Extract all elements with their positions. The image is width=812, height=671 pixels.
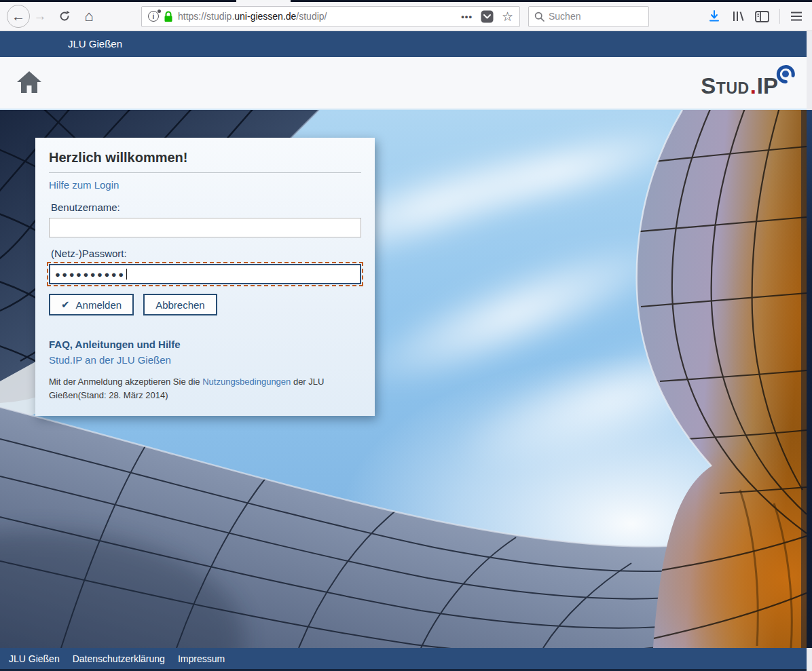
studip-jlu-link[interactable]: Stud.IP an der JLU Gießen: [49, 354, 361, 366]
search-bar[interactable]: [528, 6, 649, 27]
toolbar-divider: [779, 9, 780, 24]
welcome-heading: Herzlich willkommen!: [49, 150, 361, 166]
password-input[interactable]: ●●●●●●●●●●: [49, 264, 361, 284]
logo-dot: .: [750, 73, 756, 99]
username-input[interactable]: [49, 218, 361, 237]
vertical-scrollbar[interactable]: [807, 31, 812, 671]
library-icon[interactable]: [731, 9, 745, 23]
logo-swirl-icon: [775, 64, 796, 87]
footer-link-datenschutz[interactable]: Datenschutzerklärung: [73, 653, 165, 664]
footer-link-jlu[interactable]: JLU Gießen: [9, 653, 60, 664]
pocket-icon[interactable]: [481, 10, 494, 23]
back-button[interactable]: ←: [7, 5, 30, 28]
scrollbar-thumb[interactable]: [807, 110, 812, 648]
search-input[interactable]: [549, 11, 643, 22]
page-actions-icon[interactable]: •••: [461, 12, 473, 22]
site-header: Stud.IP: [0, 57, 812, 110]
site-top-bar: JLU Gießen: [0, 31, 812, 57]
browser-toolbar: ← → ⌂ i https://studip.uni-giessen.de/st…: [0, 2, 812, 31]
house-icon: [16, 70, 42, 94]
footer-link-impressum[interactable]: Impressum: [178, 653, 225, 664]
terms-link[interactable]: Nutzungsbedingungen: [202, 377, 291, 387]
forward-button[interactable]: →: [30, 6, 50, 26]
home-button[interactable]: ⌂: [79, 6, 99, 26]
url-bar[interactable]: i https://studip.uni-giessen.de/studip/ …: [141, 6, 520, 27]
site-info-icon[interactable]: i: [148, 11, 159, 22]
login-panel: Herzlich willkommen! Hilfe zum Login Ben…: [35, 138, 375, 416]
reload-button[interactable]: [54, 6, 75, 26]
faq-link[interactable]: FAQ, Anleitungen und Hilfe: [49, 339, 361, 350]
reload-icon: [58, 10, 71, 22]
sidebar-icon[interactable]: [755, 10, 769, 23]
bookmark-star-icon[interactable]: ☆: [502, 9, 513, 24]
studip-logo: Stud.IP: [701, 73, 798, 99]
forward-icon: →: [34, 9, 47, 24]
checkmark-icon: ✔: [61, 299, 70, 311]
page-content: Herzlich willkommen! Hilfe zum Login Ben…: [0, 110, 812, 648]
download-icon[interactable]: [707, 9, 721, 23]
back-icon: ←: [12, 9, 25, 24]
site-top-bar-title: JLU Gießen: [68, 38, 122, 50]
lock-icon[interactable]: [164, 11, 173, 22]
terms-text: Mit der Anmeldung akzeptieren Sie die Nu…: [49, 375, 363, 402]
cancel-button[interactable]: Abbrechen: [143, 294, 217, 315]
login-button-label: Anmelden: [76, 299, 122, 311]
home-icon: ⌂: [84, 7, 93, 25]
logo-text-main: Stud: [701, 73, 749, 99]
url-text: https://studip.uni-giessen.de/studip/: [178, 11, 456, 22]
text-caret: [126, 269, 127, 280]
footer: JLU Gießen Datenschutzerklärung Impressu…: [0, 648, 812, 669]
url-path: /studip/: [296, 11, 327, 22]
cancel-button-label: Abbrechen: [155, 299, 205, 311]
username-label: Benutzername:: [51, 202, 361, 213]
panel-divider: [49, 172, 361, 173]
password-dots: ●●●●●●●●●●: [55, 270, 126, 279]
search-icon: [534, 12, 545, 22]
url-host: uni-giessen.de: [234, 11, 296, 22]
menu-icon[interactable]: [790, 11, 802, 22]
url-scheme: https://: [178, 11, 206, 22]
home-link[interactable]: [16, 70, 42, 97]
password-label: (Netz-)Passwort:: [51, 248, 361, 259]
login-button[interactable]: ✔ Anmelden: [49, 294, 134, 315]
help-login-link[interactable]: Hilfe zum Login: [49, 179, 119, 191]
url-subdomain: studip.: [206, 11, 234, 22]
